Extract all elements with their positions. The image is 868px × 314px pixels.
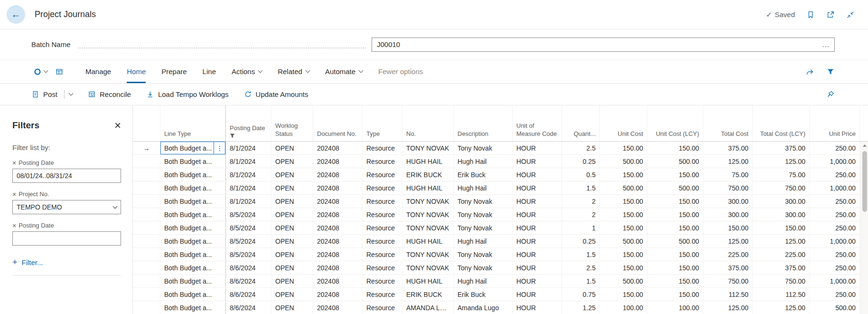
open-in-new-window-icon[interactable] xyxy=(826,10,835,19)
cell-line-type[interactable]: Both Budget a... xyxy=(160,155,226,168)
column-header-line-type[interactable]: Line Type xyxy=(160,105,226,141)
cell-unit-cost-lcy[interactable]: 150.00 xyxy=(647,142,703,154)
cell-unit-of-measure-code[interactable]: HOUR xyxy=(513,261,562,274)
cell-line-type[interactable]: Both Budget a... xyxy=(160,195,226,208)
cell-worklog-status[interactable]: OPEN xyxy=(271,142,313,154)
cell-posting-date[interactable]: 8/1/2024 xyxy=(226,181,271,194)
column-header-posting-date[interactable]: Posting Date xyxy=(226,105,271,141)
table-row[interactable]: Both Budget a...8/1/2024OPEN202408Resour… xyxy=(133,155,868,168)
cell-line-type[interactable]: Both Budget a... xyxy=(160,221,226,234)
vertical-scrollbar[interactable] xyxy=(860,142,868,314)
cell-unit-price[interactable]: 250.00 xyxy=(810,195,860,208)
filter-icon[interactable] xyxy=(826,67,835,76)
cell-description[interactable]: Hugh Hail xyxy=(454,155,513,168)
cell-unit-price[interactable]: 250.00 xyxy=(810,261,860,274)
cell-unit-of-measure-code[interactable]: HOUR xyxy=(513,142,562,154)
posting-date-filter-input-2[interactable] xyxy=(12,231,121,246)
remove-filter-icon[interactable]: × xyxy=(12,222,16,229)
cell-worklog-status[interactable]: OPEN xyxy=(271,181,313,194)
cell-unit-of-measure-code[interactable]: HOUR xyxy=(513,301,562,314)
cell-unit-of-measure-code[interactable]: HOUR xyxy=(513,181,562,194)
cell-unit-of-measure-code[interactable]: HOUR xyxy=(513,288,562,301)
column-header-unit-of-measure-code[interactable]: Unit of Measure Code xyxy=(513,105,562,141)
cell-line-type[interactable]: Both Budget a... xyxy=(160,288,226,301)
cell-document-no[interactable]: 202408 xyxy=(313,208,363,221)
cell-line-type[interactable]: Both Budget a... xyxy=(160,168,226,181)
cell-posting-date[interactable]: 8/6/2024 xyxy=(226,275,271,287)
cell-type[interactable]: Resource xyxy=(363,275,402,287)
cell-posting-date[interactable]: 8/1/2024 xyxy=(226,195,271,208)
cell-total-cost-lcy[interactable]: 112.50 xyxy=(753,288,810,301)
cell-posting-date[interactable]: 8/6/2024 xyxy=(226,261,271,274)
cell-description[interactable]: Erik Buck xyxy=(454,168,513,181)
collapse-icon[interactable] xyxy=(846,10,855,19)
cell-unit-cost-lcy[interactable]: 500.00 xyxy=(647,181,703,194)
cell-unit-cost[interactable]: 500.00 xyxy=(600,275,647,287)
cell-total-cost-lcy[interactable]: 375.00 xyxy=(753,142,810,154)
cell-type[interactable]: Resource xyxy=(363,288,402,301)
load-tempo-worklogs-button[interactable]: Load Tempo Worklogs xyxy=(146,90,229,98)
cell-description[interactable]: Tony Novak xyxy=(454,248,513,261)
chevron-down-icon[interactable] xyxy=(69,91,74,96)
cell-total-cost-lcy[interactable]: 375.00 xyxy=(753,261,810,274)
cell-unit-cost[interactable]: 100.00 xyxy=(600,301,647,314)
cell-type[interactable]: Resource xyxy=(363,208,402,221)
cell-quantity[interactable]: 2 xyxy=(562,195,600,208)
cell-unit-cost-lcy[interactable]: 500.00 xyxy=(647,155,703,168)
close-filter-pane-icon[interactable]: × xyxy=(114,120,121,131)
cell-unit-cost[interactable]: 500.00 xyxy=(600,181,647,194)
cell-unit-price[interactable]: 500.00 xyxy=(810,301,860,314)
cell-description[interactable]: Tony Novak xyxy=(454,261,513,274)
cell-total-cost[interactable]: 375.00 xyxy=(703,142,753,154)
cell-no[interactable]: HUGH HAIL xyxy=(402,275,454,287)
cell-line-type[interactable]: Both Budget a... xyxy=(160,248,226,261)
cell-unit-cost[interactable]: 150.00 xyxy=(600,248,647,261)
cell-no[interactable]: HUGH HAIL xyxy=(402,181,454,194)
cell-unit-cost[interactable]: 150.00 xyxy=(600,261,647,274)
cell-unit-of-measure-code[interactable]: HOUR xyxy=(513,235,562,247)
post-button[interactable]: Post xyxy=(31,90,73,99)
cell-total-cost-lcy[interactable]: 125.00 xyxy=(753,235,810,247)
pin-icon[interactable] xyxy=(826,90,835,99)
cell-posting-date[interactable]: 8/5/2024 xyxy=(226,235,271,247)
cell-worklog-status[interactable]: OPEN xyxy=(271,248,313,261)
cell-document-no[interactable]: 202408 xyxy=(313,195,363,208)
cell-total-cost[interactable]: 225.00 xyxy=(703,248,753,261)
cell-unit-cost-lcy[interactable]: 500.00 xyxy=(647,235,703,247)
cell-description[interactable]: Tony Novak xyxy=(454,221,513,234)
cell-description[interactable]: Tony Novak xyxy=(454,195,513,208)
update-amounts-button[interactable]: Update Amounts xyxy=(244,90,308,98)
cell-no[interactable]: AMANDA LU... xyxy=(402,301,454,314)
table-row[interactable]: Both Budget a...8/6/2024OPEN202408Resour… xyxy=(133,275,868,288)
cell-posting-date[interactable]: 8/1/2024 xyxy=(226,142,271,154)
cell-type[interactable]: Resource xyxy=(363,221,402,234)
cell-unit-cost-lcy[interactable]: 150.00 xyxy=(647,288,703,301)
cell-posting-date[interactable]: 8/5/2024 xyxy=(226,221,271,234)
cell-quantity[interactable]: 2.5 xyxy=(562,261,600,274)
cell-quantity[interactable]: 0.75 xyxy=(562,288,600,301)
menu-automate[interactable]: Automate xyxy=(325,60,363,83)
cell-no[interactable]: TONY NOVAK xyxy=(402,248,454,261)
column-header-unit-cost-lcy[interactable]: Unit Cost (LCY) xyxy=(647,105,703,141)
cell-no[interactable]: ERIK BUCK xyxy=(402,168,454,181)
menu-related[interactable]: Related xyxy=(278,60,309,83)
cell-description[interactable]: Amanda Lugo xyxy=(454,301,513,314)
cell-total-cost[interactable]: 375.00 xyxy=(703,261,753,274)
table-row[interactable]: →Both Budget a...⋮8/1/2024OPEN202408Reso… xyxy=(133,142,868,155)
view-switcher-icon[interactable] xyxy=(31,67,49,76)
cell-type[interactable]: Resource xyxy=(363,181,402,194)
cell-total-cost-lcy[interactable]: 300.00 xyxy=(753,195,810,208)
scroll-up-icon[interactable] xyxy=(861,142,868,149)
cell-worklog-status[interactable]: OPEN xyxy=(271,275,313,287)
cell-total-cost[interactable]: 125.00 xyxy=(703,235,753,247)
table-row[interactable]: Both Budget a...8/5/2024OPEN202408Resour… xyxy=(133,248,868,261)
cell-total-cost[interactable]: 300.00 xyxy=(703,208,753,221)
cell-document-no[interactable]: 202408 xyxy=(313,181,363,194)
cell-quantity[interactable]: 1.5 xyxy=(562,275,600,287)
reconcile-button[interactable]: Reconcile xyxy=(88,90,131,98)
cell-unit-cost-lcy[interactable]: 150.00 xyxy=(647,195,703,208)
column-header-total-cost[interactable]: Total Cost xyxy=(703,105,753,141)
cell-description[interactable]: Tony Novak xyxy=(454,208,513,221)
cell-document-no[interactable]: 202408 xyxy=(313,142,363,154)
cell-total-cost[interactable]: 300.00 xyxy=(703,195,753,208)
